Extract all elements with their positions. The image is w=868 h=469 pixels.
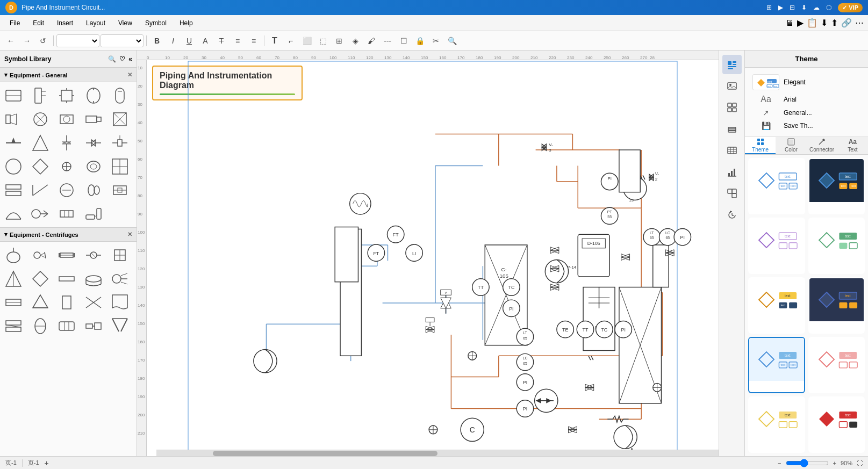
canvas-area[interactable]: 0 10 20 30 40 50 60 70 80 90 100 110 120… xyxy=(137,50,719,456)
shape-button[interactable]: ⬜ xyxy=(299,33,314,48)
theme-card-2[interactable]: text text text xyxy=(808,158,865,214)
symbol-item[interactable] xyxy=(2,84,25,107)
align-left-button[interactable]: ≡ xyxy=(230,33,245,48)
theme-save-option[interactable]: 💾 Save Th... xyxy=(749,119,864,132)
font-color-button[interactable]: A xyxy=(198,33,213,48)
toolbar-icon-1[interactable]: ⊞ xyxy=(766,4,772,11)
symbol-item[interactable] xyxy=(55,84,78,107)
theme-card-8[interactable]: text xyxy=(808,337,865,393)
zoom-out-button[interactable]: − xyxy=(778,460,781,466)
theme-card-9[interactable]: text xyxy=(748,396,805,453)
tab-text[interactable]: Aa Text xyxy=(837,137,868,154)
toolbar-icon-6[interactable]: ⬡ xyxy=(826,4,831,11)
undo-button[interactable]: ← xyxy=(3,33,18,48)
symbol-item[interactable] xyxy=(2,155,25,178)
symbol-item[interactable] xyxy=(82,179,105,201)
symbol-item[interactable] xyxy=(109,291,131,314)
symbol-item[interactable] xyxy=(55,268,78,290)
symbol-item[interactable] xyxy=(29,244,52,266)
fill-button[interactable]: ◈ xyxy=(348,33,363,48)
symbol-item[interactable] xyxy=(82,291,105,314)
symbol-item[interactable] xyxy=(2,108,25,131)
sidebar-tab-grid[interactable] xyxy=(722,98,742,117)
symbol-item[interactable] xyxy=(2,132,25,154)
underline-button[interactable]: U xyxy=(182,33,197,48)
scissors-button[interactable]: ✂ xyxy=(428,33,443,48)
add-page-button[interactable]: + xyxy=(45,459,49,467)
symbol-item[interactable] xyxy=(29,203,52,225)
symbol-item[interactable] xyxy=(55,179,78,201)
paint-button[interactable]: 🖌 xyxy=(364,33,379,48)
symbol-item[interactable] xyxy=(109,108,131,131)
sidebar-tab-table[interactable] xyxy=(722,141,742,160)
theme-card-10[interactable]: text xyxy=(808,396,865,453)
sidebar-tab-history[interactable] xyxy=(722,205,742,225)
symbol-item[interactable] xyxy=(29,155,52,178)
refresh-button[interactable]: ↺ xyxy=(35,33,51,48)
toolbar-icon-5[interactable]: ☁ xyxy=(813,4,820,11)
header-icon-sheet[interactable]: 📋 xyxy=(807,18,817,28)
category-equipment-centrifuges[interactable]: ▾ Equipment - Centrifuges ✕ xyxy=(0,227,137,242)
strikethrough-button[interactable]: T xyxy=(214,33,229,48)
symbol-item[interactable] xyxy=(2,244,25,266)
page-indicator[interactable]: 页-1 xyxy=(5,459,17,467)
menu-view[interactable]: View xyxy=(113,17,138,29)
theme-card-7[interactable]: text text text xyxy=(748,337,805,393)
horizontal-scrollbar[interactable] xyxy=(156,450,719,456)
header-icon-upload[interactable]: ⬆ xyxy=(831,18,838,28)
symbol-item[interactable] xyxy=(29,84,52,107)
symbol-item[interactable] xyxy=(109,179,131,201)
toolbar-icon-2[interactable]: ▶ xyxy=(778,4,783,11)
symbol-item[interactable] xyxy=(2,315,25,337)
zoom-in-button[interactable]: + xyxy=(833,460,836,466)
symbol-item[interactable] xyxy=(109,315,131,337)
line-style-button[interactable]: ⌐ xyxy=(283,33,298,48)
symbol-item[interactable] xyxy=(82,203,105,225)
menu-symbol[interactable]: Symbol xyxy=(140,17,172,29)
theme-card-6[interactable]: text xyxy=(808,277,865,334)
sidebar-tab-format[interactable] xyxy=(722,55,742,74)
font-select[interactable] xyxy=(56,34,99,47)
symbol-item[interactable] xyxy=(29,132,52,154)
theme-card-1[interactable]: text text text xyxy=(748,158,805,214)
stroke-button[interactable]: --- xyxy=(380,33,395,48)
shadow-button[interactable]: ⬚ xyxy=(315,33,331,48)
symbol-item[interactable] xyxy=(55,155,78,178)
symbol-item[interactable] xyxy=(82,132,105,154)
header-icon-share[interactable]: 🔗 xyxy=(841,18,852,28)
sidebar-tab-image[interactable] xyxy=(722,76,742,96)
current-page[interactable]: 页-1 xyxy=(28,459,39,467)
header-icon-play[interactable]: ▶ xyxy=(797,18,804,28)
symbol-item[interactable] xyxy=(2,268,25,290)
redo-button[interactable]: → xyxy=(19,33,34,48)
menu-file[interactable]: File xyxy=(4,17,25,29)
menu-insert[interactable]: Insert xyxy=(52,17,78,29)
checkbox-button[interactable]: ☐ xyxy=(396,33,411,48)
align-center-button[interactable]: ≡ xyxy=(246,33,261,48)
theme-card-3[interactable]: text xyxy=(748,218,805,274)
bold-button[interactable]: B xyxy=(149,33,164,48)
header-icon-monitor[interactable]: 🖥 xyxy=(785,18,794,28)
lock-button[interactable]: 🔒 xyxy=(412,33,427,48)
tab-connector[interactable]: Connector xyxy=(807,137,837,154)
symbol-item[interactable] xyxy=(55,108,78,131)
symbol-item[interactable] xyxy=(29,291,52,314)
symbol-item[interactable] xyxy=(2,291,25,314)
symbol-item[interactable] xyxy=(2,179,25,201)
search-symbols-icon[interactable]: 🔍 xyxy=(108,55,116,63)
symbol-item[interactable] xyxy=(55,315,78,337)
symbol-item[interactable] xyxy=(55,132,78,154)
tab-color[interactable]: Color xyxy=(776,137,806,154)
theme-arial-option[interactable]: Aa Arial xyxy=(749,92,864,106)
italic-button[interactable]: I xyxy=(166,33,181,48)
canvas-content[interactable]: Piping And InstrumentationDiagram xyxy=(147,60,719,456)
symbol-item[interactable] xyxy=(2,203,25,225)
fullscreen-button[interactable]: ⛶ xyxy=(857,460,863,466)
toolbar-icon-4[interactable]: ⬇ xyxy=(801,4,807,11)
theme-card-4[interactable]: text xyxy=(808,218,865,274)
menu-edit[interactable]: Edit xyxy=(27,17,49,29)
collapse-panel-icon[interactable]: « xyxy=(128,55,132,63)
favorite-symbols-icon[interactable]: ♡ xyxy=(119,55,125,63)
toolbar-icon-3[interactable]: ⊟ xyxy=(790,4,795,11)
sidebar-tab-chart[interactable] xyxy=(722,162,742,182)
